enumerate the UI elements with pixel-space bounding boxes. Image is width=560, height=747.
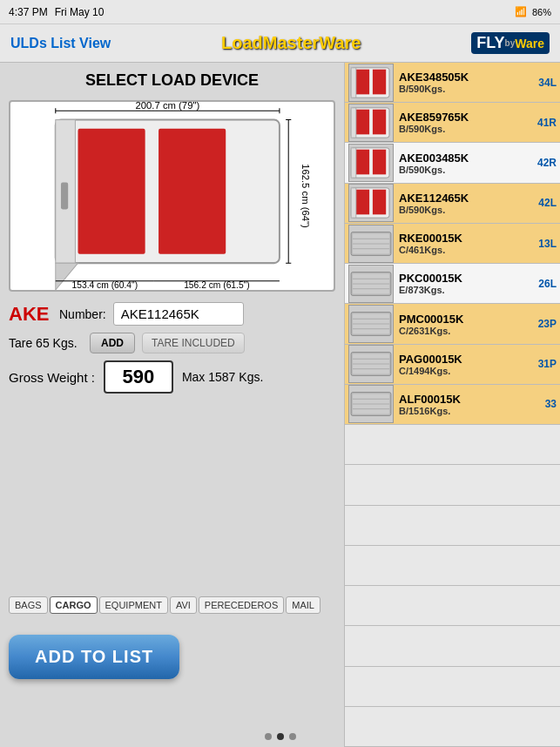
- uld-info: AKE112465K B/590Kgs.: [399, 192, 532, 215]
- uld-weight: B/590Kgs.: [399, 165, 532, 175]
- device-diagram: 200.7 cm (79") 162.5 cm (64") 153.4 cm (…: [9, 100, 335, 292]
- svg-rect-25: [351, 108, 356, 138]
- logo: FLY by Ware: [471, 32, 550, 54]
- uld-empty-row: [345, 667, 560, 707]
- uld-weight: B/590Kgs.: [399, 205, 532, 215]
- uld-code: ALF00015K: [399, 393, 532, 406]
- uld-thumbnail: [348, 64, 394, 102]
- uld-thumbnail: [348, 305, 394, 343]
- uld-info: AKE348505K B/590Kgs.: [399, 71, 532, 94]
- uld-code: PAG00015K: [399, 353, 532, 366]
- tab-bags[interactable]: BAGS: [9, 596, 48, 614]
- svg-rect-23: [356, 110, 369, 135]
- uld-list-item[interactable]: PMC00015K C/2631Kgs. 23P: [345, 304, 560, 344]
- uld-info: RKE00015K C/461Kgs.: [399, 232, 532, 255]
- number-input[interactable]: [113, 302, 244, 326]
- uld-list-item[interactable]: AKE003485K B/590Kgs. 42R: [345, 143, 560, 183]
- tab-equipment[interactable]: EQUIPMENT: [99, 596, 168, 614]
- uld-position: 31P: [532, 358, 557, 370]
- uld-thumbnail: [348, 385, 394, 423]
- tab-perecederos[interactable]: PERECEDEROS: [199, 596, 284, 614]
- uld-empty-row: [345, 626, 560, 666]
- uld-list-item[interactable]: RKE00015K C/461Kgs. 13L: [345, 224, 560, 264]
- uld-empty-row: [345, 465, 560, 505]
- uld-empty-row: [345, 546, 560, 586]
- uld-empty-row: [345, 707, 560, 747]
- svg-rect-2: [159, 129, 226, 254]
- logo-ware: Ware: [515, 37, 544, 50]
- ake-label: AKE: [9, 303, 52, 326]
- tare-label: Tare 65 Kgs.: [9, 336, 83, 350]
- uld-code: PKC00015K: [399, 272, 532, 285]
- time-display: 4:37 PM: [9, 6, 48, 18]
- tare-included-button[interactable]: TARE INCLUDED: [142, 333, 245, 353]
- uld-position: 26L: [532, 278, 557, 290]
- uld-position: 42R: [532, 157, 557, 169]
- svg-text:200.7 cm (79"): 200.7 cm (79"): [135, 102, 199, 111]
- back-button[interactable]: ULDs List View: [10, 36, 111, 51]
- gross-weight-input[interactable]: [104, 360, 173, 394]
- svg-rect-1: [78, 129, 145, 254]
- add-button[interactable]: ADD: [90, 333, 135, 353]
- add-to-list-button[interactable]: ADD TO LIST: [9, 635, 179, 679]
- uld-info: PMC00015K C/2631Kgs.: [399, 313, 532, 336]
- svg-text:162.5 cm (64"): 162.5 cm (64"): [300, 164, 311, 228]
- gross-label: Gross Weight :: [9, 370, 95, 385]
- tare-row: Tare 65 Kgs. ADD TARE INCLUDED: [9, 333, 335, 353]
- page-dot-3: [289, 733, 296, 740]
- uld-list-item[interactable]: PAG00015K C/1494Kgs. 31P: [345, 345, 560, 385]
- uld-list: AKE348505K B/590Kgs. 34L AKE859765K B/59…: [344, 63, 560, 747]
- tab-avi[interactable]: AVI: [170, 596, 197, 614]
- gross-row: Gross Weight : Max 1587 Kgs.: [9, 360, 335, 394]
- uld-info: AKE859765K B/590Kgs.: [399, 111, 532, 134]
- uld-position: 41R: [532, 117, 557, 129]
- left-panel: SELECT LOAD DEVICE 200.7 cm (7: [0, 63, 344, 747]
- svg-rect-20: [373, 69, 386, 94]
- uld-thumbnail: [348, 225, 394, 263]
- uld-code: AKE348505K: [399, 71, 532, 84]
- uld-weight: E/873Kgs.: [399, 285, 532, 295]
- uld-position: 13L: [532, 238, 557, 250]
- svg-rect-28: [373, 150, 386, 175]
- svg-rect-24: [373, 110, 386, 135]
- uld-weight: C/1494Kgs.: [399, 366, 532, 376]
- tab-cargo[interactable]: CARGO: [50, 596, 98, 614]
- uld-list-item[interactable]: ALF00015K B/1516Kgs. 33: [345, 385, 560, 425]
- max-label: Max 1587 Kgs.: [182, 370, 263, 384]
- uld-list-item[interactable]: PKC00015K E/873Kgs. 26L: [345, 264, 560, 304]
- uld-empty-row: [345, 506, 560, 546]
- select-title: SELECT LOAD DEVICE: [9, 71, 335, 90]
- uld-weight: C/461Kgs.: [399, 245, 532, 255]
- uld-thumbnail: [348, 184, 394, 222]
- battery-display: 86%: [532, 7, 551, 17]
- uld-info: PAG00015K C/1494Kgs.: [399, 353, 532, 376]
- svg-rect-31: [356, 190, 369, 215]
- uld-thumbnail: [348, 144, 394, 182]
- uld-weight: B/590Kgs.: [399, 124, 532, 134]
- uld-thumbnail: [348, 104, 394, 142]
- app-title: LoadMasterWare: [221, 33, 361, 53]
- logo-fly: FLY: [476, 34, 504, 52]
- uld-list-item[interactable]: AKE859765K B/590Kgs. 41R: [345, 103, 560, 143]
- svg-text:156.2 cm (61.5"): 156.2 cm (61.5"): [184, 280, 250, 290]
- svg-text:153.4 cm (60.4"): 153.4 cm (60.4"): [72, 280, 138, 290]
- main-content: SELECT LOAD DEVICE 200.7 cm (7: [0, 63, 560, 747]
- svg-rect-33: [351, 188, 356, 218]
- svg-rect-27: [356, 150, 369, 175]
- uld-code: AKE859765K: [399, 111, 532, 124]
- uld-position: 23P: [532, 318, 557, 330]
- uld-info: PKC00015K E/873Kgs.: [399, 272, 532, 295]
- uld-list-item[interactable]: AKE112465K B/590Kgs. 42L: [345, 184, 560, 224]
- logo-by: by: [505, 38, 516, 48]
- uld-position: 34L: [532, 77, 557, 89]
- svg-rect-21: [351, 67, 356, 97]
- category-tabs: BAGS CARGO EQUIPMENT AVI PERECEDEROS MAI…: [9, 596, 335, 614]
- uld-code: AKE112465K: [399, 192, 532, 205]
- uld-empty-row: [345, 425, 560, 465]
- uld-weight: C/2631Kgs.: [399, 326, 532, 336]
- page-dot-2: [277, 733, 284, 740]
- uld-list-item[interactable]: AKE348505K B/590Kgs. 34L: [345, 63, 560, 103]
- uld-weight: B/590Kgs.: [399, 84, 532, 94]
- page-dots: [265, 733, 296, 740]
- tab-mail[interactable]: MAIL: [286, 596, 320, 614]
